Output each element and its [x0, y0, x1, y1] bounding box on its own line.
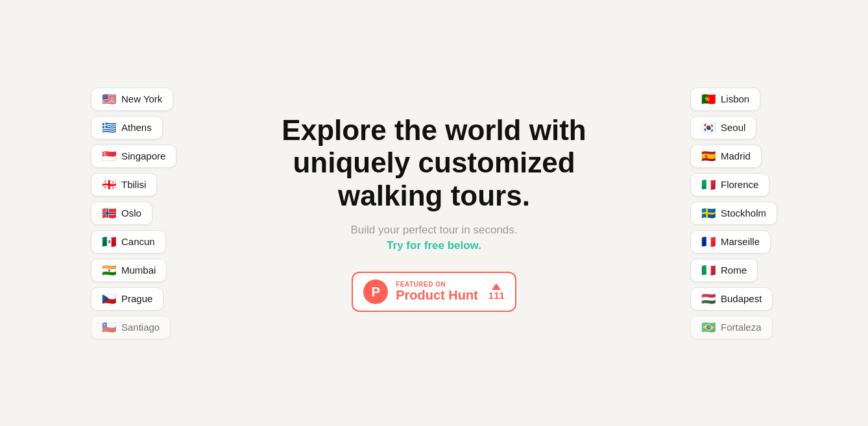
city-flag-icon: 🇸🇪	[701, 207, 716, 219]
city-name: Oslo	[121, 207, 141, 219]
city-flag-icon: 🇮🇹	[701, 179, 716, 191]
city-badge[interactable]: 🇸🇪Stockholm	[690, 202, 777, 225]
city-badge[interactable]: 🇧🇷Fortaleza	[690, 316, 773, 339]
city-badge[interactable]: 🇭🇺Budapest	[690, 287, 773, 311]
ph-product-hunt-label: Product Hunt	[396, 288, 478, 303]
city-name: Stockholm	[721, 207, 766, 219]
city-column-right: 🇵🇹Lisbon🇰🇷Seoul🇪🇸Madrid🇮🇹Florence🇸🇪Stock…	[690, 88, 777, 339]
try-text: Try for free below.	[387, 239, 481, 252]
city-badge[interactable]: 🇬🇷Athens	[91, 116, 163, 139]
city-name: Athens	[121, 122, 152, 133]
city-badge[interactable]: 🇫🇷Marseille	[690, 230, 771, 254]
city-name: Tbilisi	[121, 179, 146, 190]
city-name: Rome	[721, 265, 747, 276]
city-badge[interactable]: 🇪🇸Madrid	[690, 145, 762, 168]
city-name: Lisbon	[721, 93, 749, 104]
main-heading: Explore the world with uniquely customiz…	[252, 114, 616, 213]
city-name: Santiago	[121, 322, 160, 333]
city-name: Seoul	[721, 122, 745, 133]
city-flag-icon: 🇺🇸	[102, 93, 116, 105]
city-flag-icon: 🇪🇸	[701, 150, 716, 162]
city-badge[interactable]: 🇰🇷Seoul	[690, 116, 756, 139]
city-flag-icon: 🇵🇹	[701, 93, 716, 105]
city-name: Singapore	[121, 150, 165, 161]
city-name: Cancun	[121, 236, 155, 247]
city-flag-icon: 🇫🇷	[701, 236, 716, 248]
city-badge[interactable]: 🇨🇱Santiago	[91, 316, 171, 339]
city-name: Budapest	[721, 293, 762, 304]
city-badge[interactable]: 🇲🇽Cancun	[91, 230, 166, 254]
ph-logo: P	[363, 279, 388, 304]
city-badge[interactable]: 🇨🇿Prague	[91, 287, 163, 311]
city-name: Marseille	[721, 236, 760, 247]
city-flag-icon: 🇬🇷	[102, 122, 116, 134]
city-badge[interactable]: 🇬🇪Tbilisi	[91, 173, 157, 196]
ph-vote-group: 111	[488, 283, 505, 301]
subtext: Build your perfect tour in seconds.	[350, 224, 517, 237]
city-flag-icon: 🇲🇽	[102, 236, 116, 248]
city-flag-icon: 🇭🇺	[701, 293, 716, 305]
city-flag-icon: 🇳🇴	[102, 207, 116, 219]
city-badge[interactable]: 🇮🇳Mumbai	[91, 259, 167, 282]
city-flag-icon: 🇧🇷	[701, 322, 716, 333]
city-name: Fortaleza	[721, 322, 762, 333]
city-badge[interactable]: 🇵🇹Lisbon	[690, 88, 760, 111]
ph-text-group: FEATURED ON Product Hunt	[396, 281, 478, 303]
city-badge[interactable]: 🇳🇴Oslo	[91, 202, 152, 225]
page-wrapper: 🇺🇸New York🇬🇷Athens🇸🇬Singapore🇬🇪Tbilisi🇳🇴…	[0, 0, 868, 426]
city-name: Florence	[721, 179, 758, 190]
center-content: Explore the world with uniquely customiz…	[252, 114, 616, 313]
city-badge[interactable]: 🇸🇬Singapore	[91, 145, 176, 168]
city-badge[interactable]: 🇮🇹Florence	[690, 173, 769, 196]
product-hunt-badge[interactable]: P FEATURED ON Product Hunt 111	[352, 272, 516, 312]
city-name: Prague	[121, 293, 152, 304]
city-flag-icon: 🇰🇷	[701, 122, 716, 134]
city-column-left: 🇺🇸New York🇬🇷Athens🇸🇬Singapore🇬🇪Tbilisi🇳🇴…	[91, 88, 176, 339]
city-flag-icon: 🇮🇳	[102, 265, 116, 276]
ph-vote-count: 111	[488, 290, 505, 301]
city-badge[interactable]: 🇺🇸New York	[91, 88, 173, 111]
city-name: Madrid	[721, 150, 751, 161]
city-badge[interactable]: 🇮🇹Rome	[690, 259, 758, 282]
city-flag-icon: 🇨🇿	[102, 293, 116, 305]
city-name: Mumbai	[121, 265, 156, 276]
ph-featured-label: FEATURED ON	[396, 281, 446, 288]
city-name: New York	[121, 93, 162, 104]
city-flag-icon: 🇮🇹	[701, 265, 716, 276]
city-flag-icon: 🇬🇪	[102, 179, 116, 191]
city-flag-icon: 🇸🇬	[102, 150, 116, 162]
city-flag-icon: 🇨🇱	[102, 322, 116, 333]
ph-upvote-arrow-icon	[492, 283, 501, 290]
